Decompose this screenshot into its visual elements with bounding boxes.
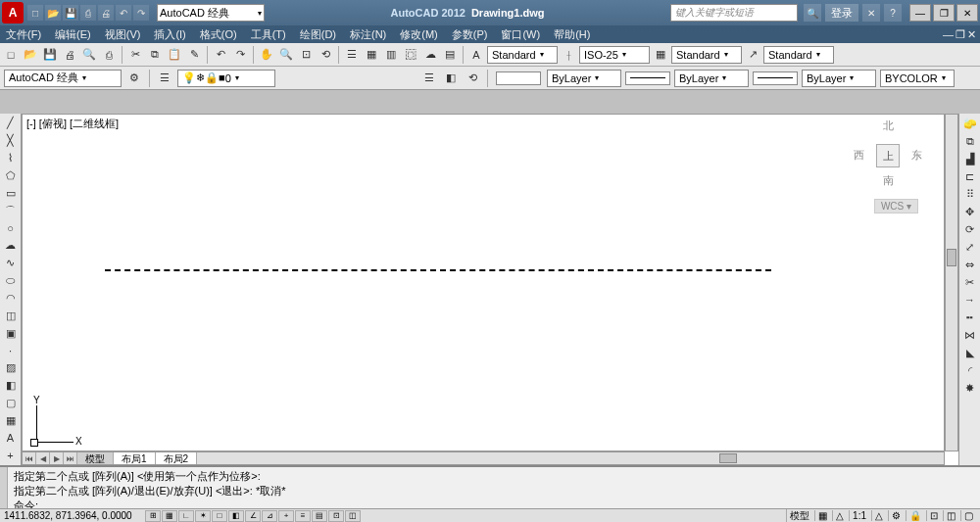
tab-model[interactable]: 模型 <box>77 452 114 464</box>
spline-icon[interactable]: ∿ <box>2 256 20 271</box>
ellipsearc-icon[interactable]: ◠ <box>2 290 20 306</box>
new-icon[interactable]: □ <box>27 5 43 21</box>
osnap-toggle[interactable]: □ <box>212 510 227 522</box>
paste-icon[interactable]: 📋 <box>166 46 183 64</box>
dimstyle-icon[interactable]: ⟊ <box>560 46 577 64</box>
menu-param[interactable]: 参数(P) <box>452 27 488 42</box>
addselected-icon[interactable]: + <box>2 448 20 463</box>
preview-icon[interactable]: 🔍 <box>80 46 98 64</box>
zoom-win-icon[interactable]: ⊡ <box>297 46 315 64</box>
tab-next-icon[interactable]: ▶ <box>50 452 64 464</box>
linetype-dropdown[interactable]: ByLayer <box>674 70 749 87</box>
matchprop-icon[interactable]: ✎ <box>185 46 203 64</box>
array-icon[interactable]: ⠿ <box>961 186 979 202</box>
mleaderstyle-icon[interactable]: ↗ <box>744 46 761 64</box>
textstyle-icon[interactable]: A <box>467 46 485 64</box>
extend-icon[interactable]: → <box>961 292 979 308</box>
polar-toggle[interactable]: ✶ <box>195 510 211 522</box>
sc-toggle[interactable]: ◫ <box>345 510 361 522</box>
status-hw-icon[interactable]: ⊡ <box>926 510 941 521</box>
save-icon[interactable]: 💾 <box>63 5 78 21</box>
menu-draw[interactable]: 绘图(D) <box>300 27 336 42</box>
join-icon[interactable]: ⋈ <box>961 327 979 343</box>
exchange-icon[interactable]: ✕ <box>862 4 880 22</box>
tab-layout2[interactable]: 布局2 <box>156 452 198 464</box>
cut-icon[interactable]: ✂ <box>126 46 144 64</box>
status-clean-icon[interactable]: ▢ <box>960 510 976 521</box>
layerstate-icon[interactable]: ☰ <box>420 70 438 87</box>
osnap3d-toggle[interactable]: ◧ <box>228 510 244 522</box>
insert-icon[interactable]: ◫ <box>2 308 20 323</box>
table-icon[interactable]: ▦ <box>2 412 20 428</box>
status-lock-icon[interactable]: 🔒 <box>906 510 924 521</box>
dyn-toggle[interactable]: + <box>278 510 294 522</box>
offset-icon[interactable]: ⊏ <box>961 168 979 184</box>
plotstyle-dropdown[interactable]: BYCOLOR <box>880 70 955 87</box>
mdi-close-icon[interactable]: ✕ <box>967 28 976 41</box>
snap-toggle[interactable]: ⊞ <box>145 510 161 522</box>
print-icon[interactable]: 🖨 <box>98 5 114 21</box>
login-button[interactable]: 登录 <box>825 4 858 22</box>
vertical-scrollbar[interactable] <box>945 114 958 451</box>
drawing-canvas[interactable]: [-] [俯视] [二维线框] Y X 北 西 上 东 南 WCS ▾ <box>22 114 945 451</box>
color-swatch[interactable] <box>496 71 541 85</box>
layeriso-icon[interactable]: ◧ <box>442 70 460 87</box>
workspace-dropdown[interactable]: AutoCAD 经典 <box>157 4 265 22</box>
menu-dimension[interactable]: 标注(N) <box>350 27 386 42</box>
menu-help[interactable]: 帮助(H) <box>554 27 590 42</box>
status-scale[interactable]: 1:1 <box>849 510 869 521</box>
circle-icon[interactable]: ○ <box>2 220 20 236</box>
stretch-icon[interactable]: ⇔ <box>961 257 979 272</box>
toolpalettes-icon[interactable]: ▥ <box>382 46 400 64</box>
ducs-toggle[interactable]: ⊿ <box>262 510 277 522</box>
mtext-icon[interactable]: A <box>2 430 20 446</box>
ortho-toggle[interactable]: ∟ <box>178 510 194 522</box>
status-grid-icon[interactable]: ▦ <box>814 510 830 521</box>
fillet-icon[interactable]: ◜ <box>961 362 979 378</box>
designcenter-icon[interactable]: ▦ <box>363 46 380 64</box>
hatch-icon[interactable]: ▨ <box>2 360 20 376</box>
lineweight-dropdown[interactable]: ByLayer <box>802 70 876 87</box>
zoom-prev-icon[interactable]: ⟲ <box>317 46 334 64</box>
otrack-toggle[interactable]: ∠ <box>245 510 261 522</box>
explode-icon[interactable]: ✸ <box>961 380 979 396</box>
maximize-button[interactable]: ❐ <box>933 4 955 22</box>
status-model[interactable]: 模型 <box>786 509 812 523</box>
cmd-grip[interactable] <box>0 467 8 508</box>
tab-last-icon[interactable]: ⏭ <box>64 452 77 464</box>
mirror-icon[interactable]: ▟ <box>961 151 979 166</box>
revcloud-icon[interactable]: ☁ <box>2 238 20 254</box>
rectangle-icon[interactable]: ▭ <box>2 185 20 201</box>
redo-icon[interactable]: ↷ <box>133 5 149 21</box>
lwt-toggle[interactable]: ≡ <box>295 510 311 522</box>
tpy-toggle[interactable]: ▤ <box>312 510 327 522</box>
break-icon[interactable]: ╍ <box>961 309 979 325</box>
open-icon[interactable]: 📂 <box>22 46 39 64</box>
tab-prev-icon[interactable]: ◀ <box>36 452 50 464</box>
ellipse-icon[interactable]: ⬭ <box>2 273 20 289</box>
menu-window[interactable]: 窗口(W) <box>501 27 540 42</box>
zoom-rt-icon[interactable]: 🔍 <box>277 46 295 64</box>
open-icon[interactable]: 📂 <box>45 5 61 21</box>
region-icon[interactable]: ▢ <box>2 396 20 411</box>
print-icon[interactable]: 🖨 <box>61 46 78 64</box>
menu-modify[interactable]: 修改(M) <box>400 27 438 42</box>
polygon-icon[interactable]: ⬠ <box>2 168 20 184</box>
tablestyle-icon[interactable]: ▦ <box>652 46 669 64</box>
copy-icon[interactable]: ⧉ <box>961 133 979 149</box>
line-icon[interactable]: ╱ <box>2 116 20 131</box>
menu-format[interactable]: 格式(O) <box>200 27 237 42</box>
properties-icon[interactable]: ☰ <box>343 46 361 64</box>
arc-icon[interactable]: ⌒ <box>2 203 20 218</box>
new-icon[interactable]: □ <box>2 46 20 64</box>
pline-icon[interactable]: ⌇ <box>2 151 20 166</box>
qp-toggle[interactable]: ⊡ <box>328 510 344 522</box>
layerprops-icon[interactable]: ☰ <box>156 70 173 87</box>
redo-icon[interactable]: ↷ <box>231 46 249 64</box>
move-icon[interactable]: ✥ <box>961 204 979 219</box>
viewport-label[interactable]: [-] [俯视] [二维线框] <box>26 117 119 131</box>
horizontal-scrollbar[interactable] <box>197 452 944 464</box>
status-annoscale-icon[interactable]: △ <box>871 510 886 521</box>
minimize-button[interactable]: — <box>909 4 931 22</box>
pan-icon[interactable]: ✋ <box>258 46 275 64</box>
